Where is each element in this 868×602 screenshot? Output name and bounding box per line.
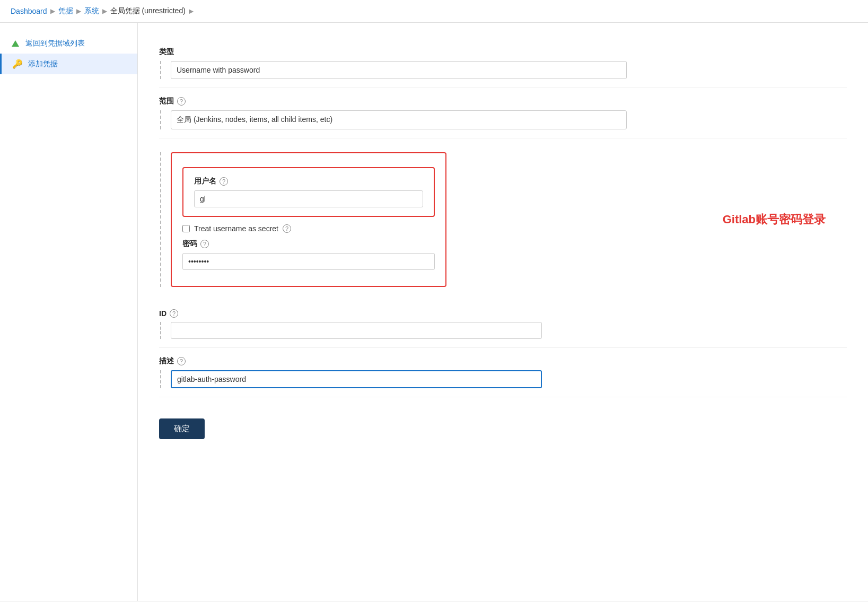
id-input[interactable] <box>171 322 542 339</box>
treat-username-checkbox[interactable] <box>182 225 190 232</box>
password-block: 密码 ? <box>182 239 435 270</box>
treat-username-help-icon[interactable]: ? <box>283 224 291 233</box>
treat-username-label: Treat username as secret <box>194 224 278 233</box>
id-label: ID ? <box>159 309 847 318</box>
type-section: 类型 Username with password <box>159 39 847 88</box>
breadcrumb-system[interactable]: 系统 <box>84 6 99 16</box>
breadcrumb-sep-4: ▶ <box>189 7 194 15</box>
username-input[interactable] <box>194 190 423 207</box>
submit-button[interactable]: 确定 <box>159 418 205 439</box>
description-dashed-section <box>160 370 847 388</box>
id-help-icon[interactable]: ? <box>170 309 178 318</box>
breadcrumb-sep-2: ▶ <box>76 7 81 15</box>
scope-label: 范围 ? <box>159 97 847 106</box>
scope-help-icon[interactable]: ? <box>177 97 186 106</box>
sidebar-back-label: 返回到凭据域列表 <box>25 39 85 48</box>
sidebar-item-add[interactable]: 🔑 添加凭据 <box>0 54 137 74</box>
scope-section: 范围 ? 全局 (Jenkins, nodes, items, all chil… <box>159 88 847 138</box>
type-dashed-section: Username with password <box>160 61 847 79</box>
sidebar: 返回到凭据域列表 🔑 添加凭据 <box>0 23 138 601</box>
credentials-section: 用户名 ? Treat username as secret ? <box>159 138 847 301</box>
id-dashed-section <box>160 322 847 339</box>
password-input[interactable] <box>182 253 435 270</box>
password-help-icon[interactable]: ? <box>200 240 209 248</box>
arrow-up-icon <box>11 39 20 48</box>
scope-dashed-section: 全局 (Jenkins, nodes, items, all child ite… <box>160 110 847 129</box>
description-input[interactable] <box>171 370 542 388</box>
breadcrumb-global: 全局凭据 (unrestricted) <box>110 6 186 16</box>
sidebar-item-back[interactable]: 返回到凭据域列表 <box>0 33 137 54</box>
red-box: 用户名 ? Treat username as secret ? <box>171 152 446 287</box>
breadcrumb: Dashboard ▶ 凭据 ▶ 系统 ▶ 全局凭据 (unrestricted… <box>0 0 868 23</box>
breadcrumb-dashboard[interactable]: Dashboard <box>11 7 47 15</box>
main-content: 类型 Username with password 范围 ? 全局 (Jenki… <box>138 23 868 601</box>
breadcrumb-credentials[interactable]: 凭据 <box>58 6 73 16</box>
username-block: 用户名 ? <box>182 167 435 217</box>
sidebar-add-label: 添加凭据 <box>28 59 58 69</box>
type-display: Username with password <box>171 61 627 79</box>
description-section: 描述 ? <box>159 348 847 397</box>
breadcrumb-sep-1: ▶ <box>50 7 55 15</box>
username-help-icon[interactable]: ? <box>220 177 228 186</box>
annotation-text: Gitlab账号密码登录 <box>723 212 826 228</box>
type-label: 类型 <box>159 47 847 57</box>
username-label: 用户名 ? <box>194 177 423 186</box>
key-icon: 🔑 <box>12 59 23 69</box>
treat-username-row: Treat username as secret ? <box>182 224 435 233</box>
description-help-icon[interactable]: ? <box>177 357 186 365</box>
description-label: 描述 ? <box>159 356 847 366</box>
submit-section: 确定 <box>159 397 847 450</box>
password-label: 密码 ? <box>182 239 435 249</box>
id-section: ID ? <box>159 301 847 348</box>
breadcrumb-sep-3: ▶ <box>102 7 107 15</box>
scope-display: 全局 (Jenkins, nodes, items, all child ite… <box>171 110 627 129</box>
